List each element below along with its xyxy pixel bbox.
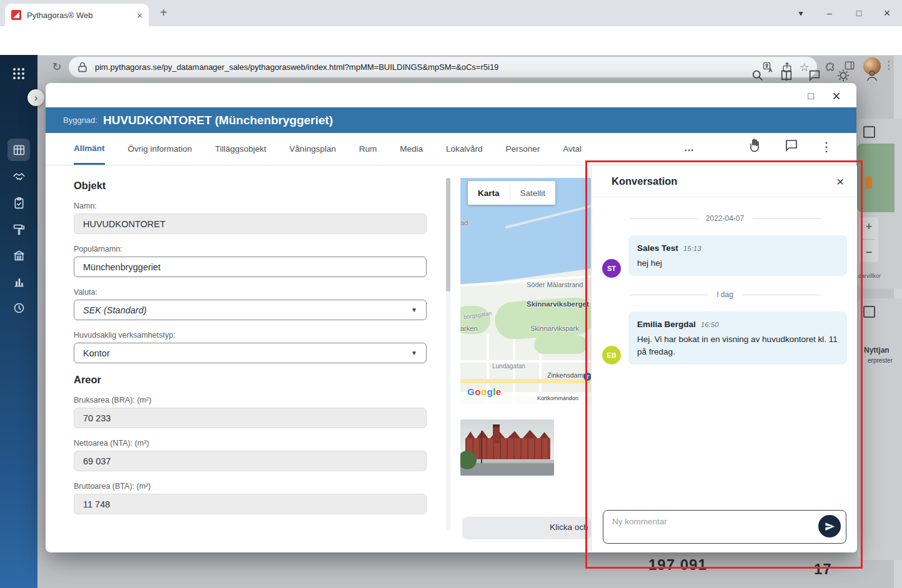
message-author: Sales Test — [637, 243, 678, 253]
popularnamn-value: Münchenbryggeriet — [83, 262, 161, 272]
lock-icon — [76, 61, 89, 74]
tab-search-chevron-icon[interactable]: ▾ — [791, 4, 811, 22]
field-label-namn: Namn: — [74, 202, 427, 210]
sidebar-item-tasks[interactable] — [7, 192, 30, 214]
tab-tillaggsobjekt[interactable]: Tilläggsobjekt — [215, 133, 266, 165]
modal-scrollbar-thumb[interactable] — [446, 178, 450, 292]
window-close-button[interactable]: × — [877, 4, 897, 22]
modal-type-label: Byggnad: — [63, 115, 97, 125]
date-divider-text: I dag — [716, 290, 733, 299]
apps-grid-icon[interactable] — [11, 66, 26, 81]
expand-card-icon[interactable] — [863, 306, 875, 318]
metro-station-icon: T — [583, 373, 591, 381]
window-maximize-button[interactable]: □ — [849, 4, 869, 22]
modal-tab-bar: Allmänt Övrig information Tilläggsobjekt… — [46, 133, 856, 165]
modal-close-button[interactable]: × — [828, 88, 845, 104]
map-park-area — [534, 335, 587, 354]
map-button-karta[interactable]: Karta — [468, 181, 510, 205]
modal-maximize-button[interactable]: □ — [803, 88, 819, 104]
window-minimize-button[interactable]: – — [820, 4, 840, 22]
tab-close-icon[interactable]: × — [137, 11, 142, 20]
photo-action-button[interactable]: Klicka och — [462, 517, 591, 539]
message-bubble: Sales Test15:13 hej hej — [628, 235, 847, 276]
tab-ovrig-information[interactable]: Övrig information — [128, 133, 192, 165]
map-zoom-control: + − — [860, 217, 878, 262]
map-main-road — [460, 379, 591, 383]
extensions-puzzle-icon[interactable] — [825, 59, 837, 72]
bra-value: 70 233 — [83, 413, 111, 423]
gear-icon[interactable] — [836, 69, 850, 82]
valuta-select[interactable]: SEK (Standard) ▼ — [74, 300, 427, 320]
url-text[interactable]: pim.pythagoras.se/py_datamanager_sales/p… — [95, 62, 756, 72]
conversation-icon[interactable] — [784, 138, 799, 153]
map-button-satellit[interactable]: Satellit — [510, 181, 556, 205]
background-big-number: 17 — [814, 561, 832, 578]
namn-value: HUVUDKONTORET — [83, 219, 166, 229]
verksamhetstyp-select[interactable]: Kontor ▼ — [74, 343, 427, 363]
tab-allmant[interactable]: Allmänt — [74, 133, 105, 165]
card-partial-text: Nyttjan — [864, 346, 890, 355]
app-sidebar — [0, 55, 37, 588]
tab-overflow-button[interactable]: … — [684, 142, 695, 154]
tab-personer[interactable]: Personer — [506, 133, 540, 165]
new-tab-button[interactable]: + — [160, 6, 167, 20]
modal-menu-icon[interactable]: ⋮ — [820, 139, 833, 154]
browser-tab[interactable]: Pythagoras® Web × — [5, 4, 149, 26]
background-map-greenery — [857, 144, 895, 212]
message-author: Emilia Bergdal — [637, 320, 696, 329]
tab-vaningsplan[interactable]: Våningsplan — [289, 133, 335, 165]
address-bar[interactable]: pim.pythagoras.se/py_datamanager_sales/p… — [69, 57, 817, 77]
expand-card-icon[interactable] — [863, 126, 875, 138]
google-map[interactable]: ad Söder Mälarstrand Skinnarviksberget b… — [460, 178, 591, 404]
tab-rum[interactable]: Rum — [359, 133, 377, 165]
map-label-skinnarviksberget: Skinnarviksberget — [527, 300, 589, 308]
sidebar-item-maintenance[interactable] — [7, 218, 30, 240]
conversation-panel: Konversation × 2022-04-07 Sales Test15:1… — [591, 165, 857, 552]
google-letter: g — [487, 386, 493, 397]
building-photo[interactable] — [460, 419, 554, 476]
book-icon[interactable] — [780, 69, 793, 82]
search-icon[interactable] — [751, 69, 765, 82]
zoom-in-button[interactable]: + — [866, 220, 873, 233]
verksamhetstyp-value: Kontor — [83, 348, 110, 358]
sidebar-item-time[interactable] — [7, 296, 30, 319]
pegman-icon[interactable] — [866, 176, 872, 189]
building-icon — [12, 249, 26, 262]
tab-lokalvard[interactable]: Lokalvård — [446, 133, 483, 165]
clipboard-check-icon — [12, 197, 26, 210]
conversation-close-icon[interactable]: × — [836, 174, 844, 189]
modal-title: HUVUDKONTORET (Münchenbryggeriet) — [103, 114, 333, 127]
sidebar-item-properties[interactable] — [7, 244, 30, 267]
background-map-card: + − darvillkor — [857, 119, 902, 288]
modal-header: Byggnad: HUVUDKONTORET (Münchenbryggerie… — [46, 107, 856, 133]
tab-media[interactable]: Media — [400, 133, 423, 165]
field-label-bra: Bruksarea (BRA): (m²) — [74, 396, 427, 404]
zoom-out-button[interactable]: − — [866, 246, 873, 259]
date-divider: 2022-04-07 — [629, 214, 821, 223]
chat-icon[interactable] — [808, 69, 821, 82]
sidebar-item-buildings[interactable] — [7, 139, 30, 161]
map-shortcuts-link[interactable]: Kortkommandon — [537, 395, 578, 401]
zoom-divider — [863, 239, 875, 240]
bar-chart-icon — [12, 275, 26, 288]
map-terms-partial-text[interactable]: darvillkor — [858, 273, 881, 279]
map-label-partial: ad — [460, 219, 468, 227]
google-letter: G — [467, 386, 475, 397]
tab-avtal[interactable]: Avtal — [563, 133, 582, 165]
google-letter: e — [496, 386, 502, 397]
sidebar-item-partners[interactable] — [7, 165, 30, 188]
drag-hand-icon[interactable] — [746, 138, 761, 153]
field-label-valuta: Valuta: — [74, 288, 427, 296]
bta-field: 11 748 — [74, 494, 427, 514]
sidebar-expand-button[interactable]: › — [27, 89, 44, 106]
reload-button[interactable]: ↻ — [49, 59, 65, 75]
sidebar-item-reports[interactable] — [7, 270, 30, 293]
photo-lamp-post — [481, 431, 482, 463]
background-info-card: Nyttjan erprester — [857, 298, 902, 560]
person-icon[interactable] — [865, 69, 879, 82]
popularnamn-field[interactable]: Münchenbryggeriet — [74, 257, 427, 277]
comment-input[interactable] — [603, 511, 810, 543]
send-button[interactable] — [818, 515, 841, 537]
paint-roller-icon — [12, 223, 26, 236]
browser-menu-icon[interactable]: ⋮ — [883, 59, 894, 72]
